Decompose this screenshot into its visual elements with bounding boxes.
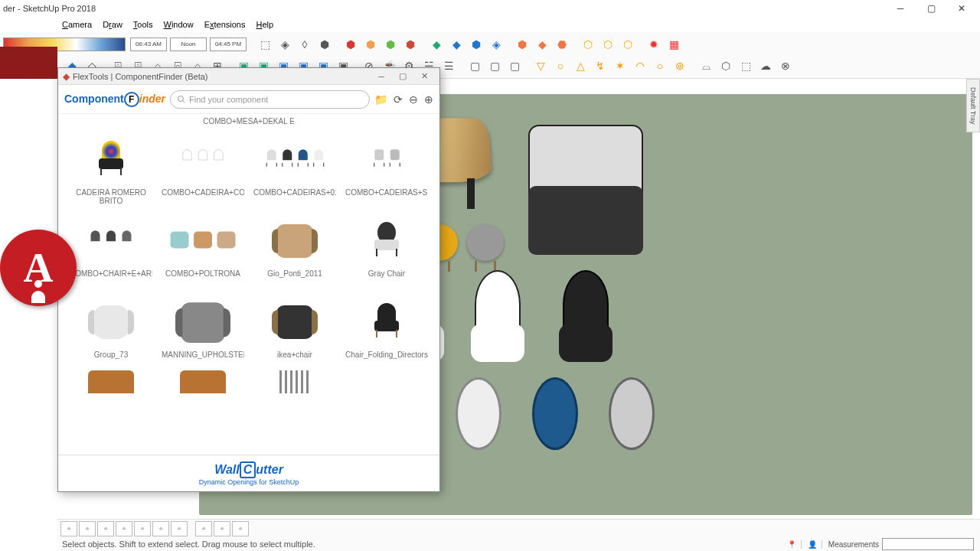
- menu-tools[interactable]: Tools: [129, 18, 158, 31]
- svg-point-0: [178, 96, 184, 101]
- component-card[interactable]: [250, 370, 340, 393]
- cube-icon[interactable]: ⬡: [717, 57, 735, 75]
- toolbar-icon[interactable]: ⬢: [315, 35, 334, 54]
- component-card[interactable]: MANNING_UPHOLSTERED_ARMCHAIR: [158, 289, 248, 367]
- geolocation-icon[interactable]: 📍: [787, 540, 802, 549]
- toolbar-icon[interactable]: ▢: [485, 57, 504, 75]
- toolbar-icon[interactable]: ⬢: [361, 35, 380, 54]
- toolbar-icon[interactable]: ◈: [487, 35, 505, 54]
- toolbar-icon[interactable]: ⊚: [671, 57, 689, 75]
- default-tray-tab[interactable]: Default Tray: [966, 79, 980, 132]
- minimize-button[interactable]: ─: [885, 0, 916, 17]
- toolbar-icon[interactable]: ○: [551, 57, 570, 75]
- toolbar-icon[interactable]: △: [571, 57, 590, 75]
- menu-window[interactable]: Window: [159, 18, 198, 31]
- component-card[interactable]: COMBO+CADEIRA+COPACABANA: [158, 127, 248, 205]
- toolbar-icon[interactable]: ⬡: [619, 35, 637, 54]
- toolbar-icon[interactable]: ⌓: [697, 57, 715, 75]
- time-noon[interactable]: Noon: [170, 37, 207, 51]
- dialog-search-row: ComponentFinder Find your component 📁 ⟳ …: [58, 85, 439, 114]
- dialog-minimize-button[interactable]: ─: [371, 72, 392, 81]
- component-card[interactable]: Gio_Ponti_2011: [250, 208, 340, 286]
- component-card[interactable]: COMBO+CADEIRAS+SIERRA+#01: [341, 127, 432, 205]
- toolbar-icon[interactable]: ✹: [645, 35, 663, 54]
- component-card[interactable]: [66, 370, 156, 393]
- toolbar-icon[interactable]: ◈: [276, 35, 294, 54]
- person-icon[interactable]: 👤: [808, 540, 822, 549]
- toolbar-icon[interactable]: ⬚: [256, 35, 274, 54]
- model-chair[interactable]: [551, 270, 620, 362]
- toolbar-icon[interactable]: ☁: [756, 57, 775, 75]
- toolbar-icon[interactable]: ◠: [631, 57, 649, 75]
- toolbar-icon[interactable]: ☰: [439, 57, 458, 75]
- menu-extensions[interactable]: Extensions: [200, 18, 250, 31]
- model-stool[interactable]: [467, 224, 504, 261]
- model-chair[interactable]: [463, 270, 532, 362]
- model-chair[interactable]: [444, 377, 513, 469]
- menu-help[interactable]: Help: [251, 18, 278, 31]
- component-grid[interactable]: COMBO+MESA+DEKAL E CADEIRA ROMERO BRITO …: [58, 114, 439, 455]
- status-bar: ▫ ▫ ▫ ▫ ▫ ▫ ▫ ▫ ▫ ▫ Select objects. Shif…: [57, 519, 980, 551]
- scene-tab-icon[interactable]: ▫: [134, 521, 151, 536]
- toolbar-icon[interactable]: ✶: [611, 57, 629, 75]
- scene-tab-icon[interactable]: ▫: [116, 521, 132, 536]
- toolbar-icon[interactable]: ⬢: [401, 35, 420, 54]
- dialog-close-button[interactable]: ✕: [413, 71, 435, 81]
- toolbar-icon[interactable]: ⬢: [341, 35, 360, 54]
- folder-icon[interactable]: 📁: [374, 93, 387, 106]
- toolbar-icon[interactable]: ▦: [665, 35, 683, 54]
- refresh-icon[interactable]: ⟳: [394, 93, 403, 106]
- model-blanket[interactable]: [528, 186, 643, 255]
- toolbar-icon[interactable]: ◆: [447, 35, 466, 54]
- time-afternoon[interactable]: 04:45 PM: [210, 37, 247, 51]
- toolbar-icon[interactable]: ⬢: [467, 35, 485, 54]
- toolbar-icon[interactable]: ▽: [531, 57, 550, 75]
- dialog-maximize-button[interactable]: ▢: [392, 71, 413, 81]
- toolbar-icon[interactable]: ◆: [427, 35, 446, 54]
- toolbar-icon[interactable]: ▢: [466, 57, 484, 75]
- toolbar-icon[interactable]: ○: [651, 57, 669, 75]
- component-card[interactable]: [158, 370, 248, 393]
- scene-tab-icon[interactable]: ▫: [60, 521, 77, 536]
- scene-tab-icon[interactable]: ▫: [214, 521, 230, 536]
- toolbar-icon[interactable]: ↯: [591, 57, 609, 75]
- menu-camera[interactable]: Camera: [57, 18, 96, 31]
- component-card[interactable]: Chair_Folding_Directors: [341, 289, 432, 367]
- component-card[interactable]: CADEIRA ROMERO BRITO: [66, 127, 156, 205]
- component-card[interactable]: ikea+chair: [250, 289, 340, 367]
- scene-tab-icon[interactable]: ▫: [152, 521, 169, 536]
- scene-tab-icon[interactable]: ▫: [171, 521, 188, 536]
- dialog-titlebar[interactable]: ◆ FlexTools | ComponentFinder (Beta) ─ ▢…: [58, 68, 439, 85]
- dialog-footer-ad[interactable]: WallCutter Dynamic Openings for SketchUp: [58, 455, 439, 491]
- component-card[interactable]: [341, 370, 432, 393]
- toolbar-icon[interactable]: ◊: [296, 35, 314, 54]
- scene-tab-icon[interactable]: ▫: [195, 521, 212, 536]
- toolbar-icon[interactable]: ⬡: [579, 35, 597, 54]
- component-card[interactable]: COMBO+CADEIRAS+01: [250, 127, 340, 205]
- toolbar-icon[interactable]: ⬢: [513, 35, 531, 54]
- maximize-button[interactable]: ▢: [916, 0, 946, 17]
- component-card[interactable]: Gray Chair: [341, 208, 432, 286]
- scene-tab-icon[interactable]: ▫: [232, 521, 249, 536]
- close-button[interactable]: ✕: [946, 0, 977, 17]
- toolbar-icon[interactable]: ⬡: [599, 35, 617, 54]
- scene-tab-icon[interactable]: ▫: [97, 521, 114, 536]
- search-input[interactable]: Find your component: [170, 90, 370, 109]
- toolbar-icon[interactable]: ⬚: [737, 57, 755, 75]
- component-card[interactable]: Group_73: [66, 289, 156, 367]
- scene-tab-icon[interactable]: ▫: [79, 521, 96, 536]
- toolbar-icon[interactable]: ⬢: [381, 35, 400, 54]
- zoom-in-icon[interactable]: ⊕: [424, 93, 433, 106]
- measurements-input[interactable]: [882, 538, 974, 550]
- toolbar-icon[interactable]: ◆: [533, 35, 551, 54]
- model-chair[interactable]: [597, 377, 666, 469]
- component-card[interactable]: COMBO+CHAIR+E+ARMCHAIR+#01: [66, 208, 156, 286]
- component-card[interactable]: COMBO+POLTRONA: [158, 208, 248, 286]
- zoom-out-icon[interactable]: ⊖: [409, 93, 418, 106]
- menu-draw[interactable]: Draw: [98, 18, 127, 31]
- model-chair[interactable]: [521, 377, 590, 469]
- toolbar-icon[interactable]: ⊗: [776, 57, 795, 75]
- toolbar-icon[interactable]: ▢: [505, 57, 524, 75]
- time-morning[interactable]: 06:43 AM: [130, 37, 167, 51]
- toolbar-icon[interactable]: ⬣: [553, 35, 571, 54]
